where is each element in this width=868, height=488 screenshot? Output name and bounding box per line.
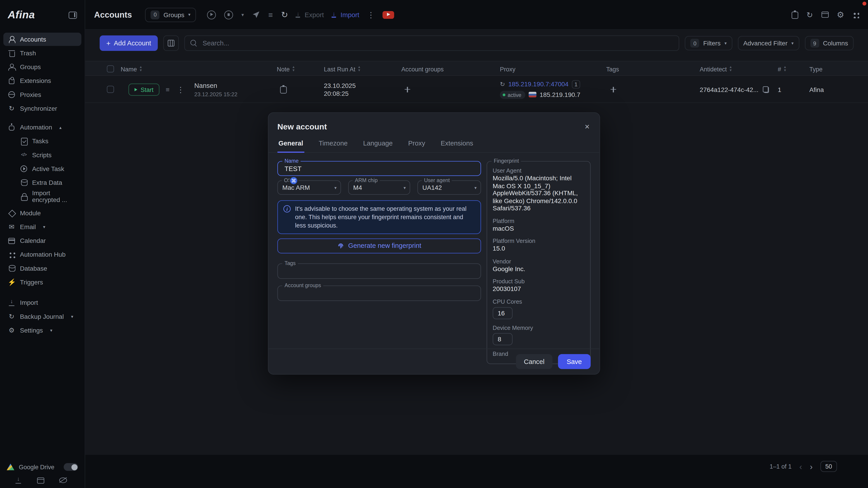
google-drive-toggle[interactable] [64, 463, 78, 471]
proxy-status-badge: active [500, 90, 525, 99]
tags-field[interactable]: Tags [277, 263, 481, 279]
eye-off-icon[interactable] [59, 477, 67, 483]
save-button[interactable]: Save [558, 354, 591, 369]
column-header-tags[interactable]: Tags [606, 61, 619, 76]
tab-proxy[interactable]: Proxy [407, 136, 426, 152]
generate-fingerprint-button[interactable]: Generate new fingerprint [277, 238, 481, 253]
select-all-checkbox[interactable] [107, 65, 114, 72]
apps-menu-icon[interactable] [852, 11, 859, 18]
export-button[interactable]: Export [295, 11, 324, 19]
sidebar-item-extra-data[interactable]: Extra Data [3, 176, 81, 189]
name-input[interactable] [283, 164, 475, 173]
advanced-filter-select[interactable]: Advanced Filter ▾ [738, 36, 799, 51]
next-page-icon[interactable]: › [810, 462, 813, 470]
sidebar-item-proxies[interactable]: Proxies [3, 88, 81, 101]
database-icon [8, 265, 16, 272]
column-header-account-groups[interactable]: Account groups [401, 61, 444, 76]
arm-chip-select[interactable]: ARM chip M4 ▾ [348, 180, 410, 195]
account-groups-field[interactable]: Account groups [277, 285, 481, 301]
copy-icon[interactable] [763, 86, 769, 93]
proxy-link[interactable]: 185.219.190.7:47004 [508, 81, 568, 88]
sidebar-item-active-task[interactable]: Active Task [3, 162, 81, 175]
filters-select[interactable]: 0 Filters ▾ [685, 36, 732, 51]
window-icon[interactable] [37, 477, 44, 483]
proxy-refresh-icon[interactable]: ↻ [500, 80, 505, 88]
add-tag-icon[interactable] [610, 86, 617, 93]
tab-general[interactable]: General [277, 136, 304, 152]
columns-icon [168, 40, 174, 46]
column-view-button[interactable] [163, 35, 179, 51]
extra-data-icon [20, 179, 28, 186]
import-tray-icon[interactable] [14, 477, 22, 484]
cpu-cores-input[interactable] [493, 307, 513, 319]
column-header-last-run[interactable]: Last Run At ▲▼ [324, 61, 361, 76]
user-agent-select[interactable]: User agent UA142 ▾ [417, 180, 481, 195]
chevron-down-icon[interactable]: ▾ [241, 10, 244, 19]
pagination-range: 1–1 of 1 [770, 463, 792, 470]
os-select[interactable]: ⌘ OS Mac ARM ▾ [277, 180, 341, 195]
last-run-time: 20:08:25 [324, 90, 349, 96]
refresh-icon[interactable]: ↻ [281, 10, 288, 20]
column-header-name[interactable]: Name ▲▼ [121, 61, 143, 76]
devices-icon[interactable] [821, 11, 829, 18]
import-button[interactable]: Import [331, 11, 359, 19]
collapse-sidebar-icon[interactable] [69, 11, 77, 19]
stop-all-icon[interactable] [224, 10, 233, 19]
sidebar-item-extensions[interactable]: Extensions [3, 74, 81, 88]
name-field[interactable]: Name [277, 161, 481, 176]
sidebar-item-calendar[interactable]: Calendar [3, 234, 81, 248]
column-header-antidetect[interactable]: Antidetect ▲▼ [700, 61, 733, 76]
kebab-menu-icon[interactable]: ⋮ [366, 10, 376, 19]
search-field[interactable] [184, 35, 679, 51]
sidebar-item-tasks[interactable]: Tasks [3, 134, 81, 148]
add-group-icon[interactable] [404, 86, 411, 93]
pagination: 1–1 of 1 ‹ › 50 [770, 460, 837, 473]
sidebar-item-import[interactable]: Import [3, 296, 81, 309]
close-icon[interactable]: × [584, 121, 591, 132]
search-input[interactable] [202, 39, 673, 47]
sidebar-item-triggers[interactable]: ⚡ Triggers [3, 275, 81, 289]
sidebar-item-accounts[interactable]: Accounts [3, 33, 81, 46]
sidebar-item-email[interactable]: ✉ Email ▾ [3, 220, 81, 234]
sidebar-item-backup-journal[interactable]: ↻ Backup Journal ▾ [3, 310, 81, 323]
column-label: Proxy [500, 66, 515, 72]
automation-hub-icon [8, 251, 16, 258]
history-icon[interactable]: ↻ [807, 10, 813, 19]
page-size-select[interactable]: 50 [820, 461, 837, 472]
table-row[interactable]: Start ≡ ⋮ Nansen 23.12.2025 15:22 23.10.… [85, 76, 868, 103]
sidebar-item-trash[interactable]: Trash [3, 46, 81, 60]
row-checkbox[interactable] [107, 86, 114, 93]
tab-timezone[interactable]: Timezone [318, 136, 349, 152]
sidebar-item-settings[interactable]: ⚙ Settings ▾ [3, 324, 81, 337]
column-header-type[interactable]: Type [809, 61, 822, 76]
note-icon[interactable] [280, 86, 287, 93]
clipboard-icon[interactable] [792, 11, 798, 19]
gear-icon[interactable]: ⚙ [837, 10, 844, 19]
tab-extensions[interactable]: Extensions [440, 136, 474, 152]
youtube-icon[interactable] [382, 11, 394, 19]
groups-select[interactable]: 0 Groups ▾ [145, 7, 196, 22]
row-kebab-icon[interactable]: ⋮ [176, 85, 186, 94]
sidebar-item-automation-hub[interactable]: Automation Hub [3, 248, 81, 261]
start-button[interactable]: Start [128, 84, 160, 96]
column-header-number[interactable]: # ▲▼ [778, 61, 786, 76]
cancel-button[interactable]: Cancel [516, 354, 552, 369]
send-icon[interactable] [252, 11, 260, 19]
sidebar-item-database[interactable]: Database [3, 262, 81, 275]
sidebar-item-import-encrypted[interactable]: Import encrypted ... [3, 190, 81, 203]
sidebar-section-automation[interactable]: Automation ▴ [3, 121, 81, 134]
add-account-button[interactable]: + Add Account [100, 35, 158, 51]
device-memory-input[interactable] [493, 333, 513, 345]
prev-page-icon[interactable]: ‹ [799, 462, 802, 470]
column-header-proxy[interactable]: Proxy [500, 61, 515, 76]
column-header-note[interactable]: Note ▲▼ [277, 61, 295, 76]
playlist-icon[interactable]: ≡ [268, 10, 273, 19]
sidebar-item-scripts[interactable]: Scripts [3, 148, 81, 162]
queue-icon[interactable]: ≡ [166, 85, 169, 94]
tab-language[interactable]: Language [362, 136, 394, 152]
sidebar-item-groups[interactable]: Groups [3, 60, 81, 74]
sidebar-item-module[interactable]: Module [3, 206, 81, 220]
sidebar-item-synchronizer[interactable]: ↻ Synchronizer [3, 102, 81, 115]
columns-select[interactable]: 9 Columns [805, 36, 854, 51]
start-all-icon[interactable] [207, 10, 216, 19]
